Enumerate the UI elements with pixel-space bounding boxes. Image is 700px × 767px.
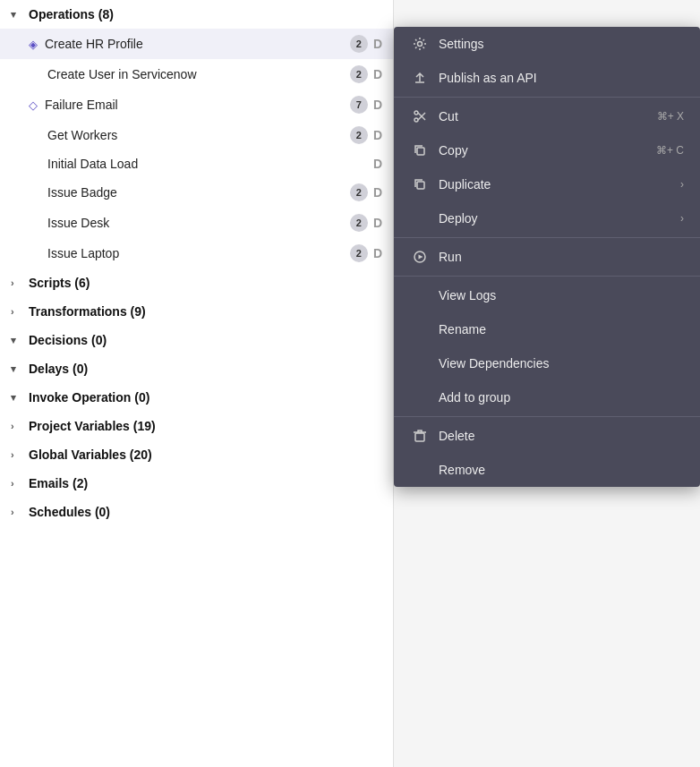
menu-item-view-logs[interactable]: View Logs bbox=[394, 278, 700, 312]
operation-name: Issue Badge bbox=[47, 185, 350, 200]
menu-item-rename[interactable]: Rename bbox=[394, 312, 700, 346]
menu-divider-1 bbox=[394, 97, 700, 98]
operation-item-4[interactable]: Initial Data LoadD bbox=[0, 150, 393, 177]
operation-name: Get Workers bbox=[47, 128, 350, 142]
operations-chevron bbox=[11, 9, 21, 21]
menu-item-delete[interactable]: Delete bbox=[394, 419, 700, 453]
duplicate-icon bbox=[410, 177, 430, 192]
svg-point-0 bbox=[418, 42, 423, 47]
menu-item-run[interactable]: Run bbox=[394, 240, 700, 274]
operations-list: ◈Create HR Profile2DCreate User in Servi… bbox=[0, 29, 393, 268]
menu-divider-5 bbox=[394, 237, 700, 238]
menu-item-remove[interactable]: Remove bbox=[394, 453, 700, 487]
context-menu: SettingsPublish as an APICut⌘+ XCopy⌘+ C… bbox=[394, 27, 700, 487]
scripts-group-header[interactable]: Scripts (6) bbox=[0, 268, 393, 297]
run-label: Run bbox=[439, 250, 684, 264]
diamond-icon: ◈ bbox=[29, 38, 38, 51]
operation-name: Create HR Profile bbox=[45, 37, 350, 51]
operation-name: Initial Data Load bbox=[47, 157, 373, 171]
menu-item-cut[interactable]: Cut⌘+ X bbox=[394, 99, 700, 133]
copy-icon bbox=[410, 143, 430, 158]
operation-badge: 2 bbox=[350, 214, 368, 232]
transformations-group-header[interactable]: Transformations (9) bbox=[0, 297, 393, 326]
operation-item-1[interactable]: Create User in Servicenow2D bbox=[0, 59, 393, 89]
remove-label: Remove bbox=[439, 463, 684, 477]
view-deps-label: View Dependencies bbox=[439, 356, 684, 371]
operation-name: Issue Desk bbox=[47, 216, 350, 230]
menu-item-duplicate[interactable]: Duplicate› bbox=[394, 167, 700, 201]
delays-label: Delays (0) bbox=[29, 362, 88, 376]
schedules-label: Schedules (0) bbox=[29, 505, 110, 519]
emails-label: Emails (2) bbox=[29, 476, 88, 490]
menu-item-view-deps[interactable]: View Dependencies bbox=[394, 346, 700, 380]
operation-item-3[interactable]: Get Workers2D bbox=[0, 120, 393, 150]
schedules-group-header[interactable]: Schedules (0) bbox=[0, 498, 393, 526]
settings-icon bbox=[410, 37, 430, 51]
diamond-icon: ◇ bbox=[29, 98, 38, 112]
operation-d-label: D bbox=[373, 216, 382, 230]
cut-shortcut: ⌘+ X bbox=[657, 110, 684, 123]
operation-item-7[interactable]: Issue Laptop2D bbox=[0, 238, 393, 268]
schedules-chevron bbox=[11, 507, 21, 517]
delays-group-header[interactable]: Delays (0) bbox=[0, 354, 393, 383]
svg-rect-6 bbox=[417, 148, 424, 155]
emails-group-header[interactable]: Emails (2) bbox=[0, 469, 393, 498]
operation-badge: 2 bbox=[350, 183, 368, 201]
deploy-label: Deploy bbox=[439, 211, 680, 226]
copy-label: Copy bbox=[439, 143, 656, 158]
operation-item-2[interactable]: ◇Failure Email7D bbox=[0, 89, 393, 120]
scripts-label: Scripts (6) bbox=[29, 276, 90, 290]
svg-point-3 bbox=[414, 111, 418, 115]
menu-item-copy[interactable]: Copy⌘+ C bbox=[394, 133, 700, 167]
rename-label: Rename bbox=[439, 322, 684, 337]
operations-group-header[interactable]: Operations (8) bbox=[0, 0, 393, 29]
decisions-label: Decisions (0) bbox=[29, 333, 107, 347]
operation-badge: 2 bbox=[350, 244, 368, 262]
sidebar: Operations (8) ◈Create HR Profile2DCreat… bbox=[0, 0, 394, 767]
duplicate-label: Duplicate bbox=[439, 177, 680, 192]
delays-chevron bbox=[11, 363, 21, 375]
operation-name: Failure Email bbox=[45, 98, 350, 112]
svg-point-2 bbox=[414, 118, 418, 122]
project-vars-group-header[interactable]: Project Variables (19) bbox=[0, 412, 393, 440]
view-logs-label: View Logs bbox=[439, 288, 684, 303]
delete-icon bbox=[410, 429, 430, 443]
svg-marker-9 bbox=[419, 255, 423, 260]
menu-item-publish-api[interactable]: Publish as an API bbox=[394, 61, 700, 95]
operation-badge: 2 bbox=[350, 126, 368, 144]
operation-badge: 7 bbox=[350, 96, 368, 114]
menu-item-add-to-group[interactable]: Add to group bbox=[394, 380, 700, 414]
operation-d-label: D bbox=[373, 98, 382, 112]
operation-item-5[interactable]: Issue Badge2D bbox=[0, 177, 393, 208]
publish-api-icon bbox=[410, 71, 430, 85]
global-vars-chevron bbox=[11, 449, 21, 460]
svg-rect-10 bbox=[415, 433, 424, 441]
menu-item-deploy[interactable]: Deploy› bbox=[394, 201, 700, 235]
scripts-chevron bbox=[11, 277, 21, 288]
invoke-label: Invoke Operation (0) bbox=[29, 390, 149, 405]
decisions-group-header[interactable]: Decisions (0) bbox=[0, 326, 393, 354]
global-vars-group-header[interactable]: Global Variables (20) bbox=[0, 440, 393, 469]
operation-d-label: D bbox=[373, 157, 382, 171]
operation-d-label: D bbox=[373, 128, 382, 142]
menu-item-settings[interactable]: Settings bbox=[394, 27, 700, 61]
svg-rect-7 bbox=[417, 182, 424, 189]
cut-label: Cut bbox=[439, 109, 657, 124]
operation-item-6[interactable]: Issue Desk2D bbox=[0, 208, 393, 238]
transformations-chevron bbox=[11, 306, 21, 317]
run-icon bbox=[410, 250, 430, 264]
project-vars-chevron bbox=[11, 421, 21, 431]
operation-badge: 2 bbox=[350, 35, 368, 53]
operation-badge: 2 bbox=[350, 65, 368, 83]
invoke-group-header[interactable]: Invoke Operation (0) bbox=[0, 383, 393, 412]
transformations-label: Transformations (9) bbox=[29, 304, 146, 319]
operation-name: Issue Laptop bbox=[47, 246, 350, 260]
project-vars-label: Project Variables (19) bbox=[29, 419, 156, 433]
operation-item-0[interactable]: ◈Create HR Profile2D bbox=[0, 29, 393, 59]
menu-divider-6 bbox=[394, 276, 700, 277]
settings-label: Settings bbox=[439, 37, 684, 51]
publish-api-label: Publish as an API bbox=[439, 71, 684, 85]
delete-label: Delete bbox=[439, 429, 684, 443]
add-to-group-label: Add to group bbox=[439, 390, 684, 405]
decisions-chevron bbox=[11, 335, 21, 346]
